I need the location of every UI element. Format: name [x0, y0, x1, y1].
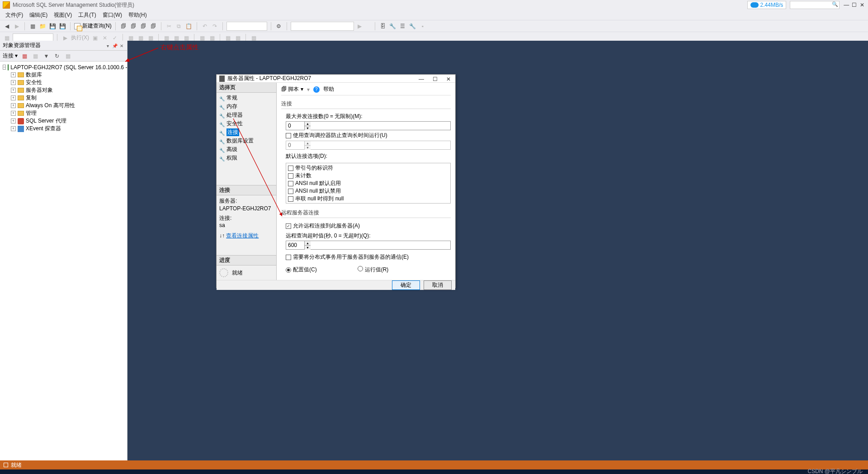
- new-query-button[interactable]: 新建查询(N): [74, 22, 112, 30]
- tool-wrench-icon[interactable]: 🔧: [389, 22, 397, 30]
- nav-back-icon[interactable]: ◀: [3, 22, 11, 30]
- oe-dropdown-icon[interactable]: ▾: [105, 43, 110, 48]
- xmla-query-icon[interactable]: 🗐: [149, 22, 157, 30]
- management-node[interactable]: +管理: [0, 109, 127, 117]
- oe-disconnect-icon[interactable]: ▦: [20, 52, 28, 60]
- oe-pin-icon[interactable]: 📌: [112, 43, 118, 48]
- nav-general[interactable]: 常规: [217, 94, 276, 102]
- menu-edit[interactable]: 编辑(E): [27, 10, 50, 20]
- oe-more-icon[interactable]: ▦: [64, 52, 72, 60]
- opt-checkbox[interactable]: [288, 173, 293, 179]
- script-button[interactable]: 🗐 脚本 ▾: [281, 85, 303, 93]
- mdx-query-icon[interactable]: 🗐: [129, 22, 137, 30]
- server-node[interactable]: − LAPTOP-EGHJ2RO7 (SQL Server 16.0.1000.…: [0, 63, 127, 71]
- oe-close-icon[interactable]: ✕: [119, 43, 124, 48]
- expand-icon[interactable]: +: [11, 95, 16, 100]
- sql-agent-node[interactable]: +SQL Server 代理: [0, 117, 127, 125]
- cloud-speed-badge[interactable]: 2.44MB/s: [747, 1, 787, 9]
- start-debug-icon[interactable]: ▶: [356, 22, 364, 30]
- wrench-icon: [219, 156, 225, 161]
- nav-permissions[interactable]: 权限: [217, 154, 276, 162]
- help-button[interactable]: 帮助: [323, 85, 334, 93]
- oe-filter-icon[interactable]: ▼: [42, 52, 50, 60]
- nav-db-settings[interactable]: 数据库设置: [217, 137, 276, 145]
- opt-checkbox[interactable]: [288, 166, 293, 171]
- oe-stop-icon[interactable]: ▦: [31, 52, 39, 60]
- expand-icon[interactable]: +: [11, 72, 16, 77]
- max-connections-input[interactable]: ▲▼: [286, 121, 451, 130]
- tool-template-icon[interactable]: 🔧: [409, 22, 417, 30]
- nav-advanced[interactable]: 高级: [217, 145, 276, 154]
- expand-icon[interactable]: +: [11, 103, 16, 108]
- nav-fwd-icon[interactable]: ▶: [13, 22, 21, 30]
- nav-connections[interactable]: 连接: [217, 128, 276, 137]
- expand-icon[interactable]: +: [11, 111, 16, 116]
- opt-checkbox[interactable]: [288, 181, 293, 186]
- object-explorer-tree[interactable]: − LAPTOP-EGHJ2RO7 (SQL Server 16.0.1000.…: [0, 62, 127, 461]
- agent-icon: [18, 118, 24, 124]
- registered-servers-icon[interactable]: 🗄: [379, 22, 387, 30]
- cloud-icon: [750, 2, 759, 8]
- undo-icon[interactable]: ↶: [201, 22, 209, 30]
- menu-view[interactable]: 视图(V): [51, 10, 75, 20]
- menu-window[interactable]: 窗口(W): [100, 10, 125, 20]
- maximize-button[interactable]: ☐: [851, 2, 858, 8]
- open-icon[interactable]: 📁: [38, 22, 47, 30]
- cut-icon[interactable]: ✂: [165, 22, 173, 30]
- server-objects-node[interactable]: +服务器对象: [0, 86, 127, 94]
- remote-timeout-input[interactable]: ▲▼: [286, 241, 451, 250]
- redo-icon[interactable]: ↷: [211, 22, 219, 30]
- oe-connect-button[interactable]: 连接 ▾: [3, 52, 18, 60]
- expand-icon[interactable]: +: [11, 80, 16, 85]
- menu-tools[interactable]: 工具(T): [75, 10, 99, 20]
- activity-monitor-icon[interactable]: ⚙: [275, 22, 283, 30]
- databases-node[interactable]: +数据库: [0, 71, 127, 79]
- progress-status: 就绪: [232, 269, 243, 277]
- require-dist-label: 需要将分布式事务用于服务器到服务器的通信(E): [293, 253, 409, 261]
- allow-remote-checkbox[interactable]: ✓: [286, 223, 291, 229]
- tool-options-icon[interactable]: ☰: [399, 22, 407, 30]
- close-button[interactable]: ✕: [859, 2, 865, 8]
- copy-icon[interactable]: ⧉: [175, 22, 183, 30]
- new-item-icon[interactable]: ▦: [28, 22, 37, 30]
- nav-memory[interactable]: 内存: [217, 102, 276, 111]
- save-icon[interactable]: 💾: [48, 22, 57, 30]
- quick-launch-search[interactable]: [790, 1, 840, 9]
- dmx-query-icon[interactable]: 🗐: [139, 22, 147, 30]
- debug-target-combo[interactable]: [291, 22, 354, 31]
- help-icon[interactable]: ?: [313, 86, 320, 93]
- dialog-titlebar[interactable]: 服务器属性 - LAPTOP-EGHJ2RO7 — ☐ ✕: [217, 75, 455, 83]
- running-radio[interactable]: 运行值(R): [358, 266, 389, 274]
- ok-button[interactable]: 确定: [392, 280, 420, 290]
- expand-icon[interactable]: +: [11, 126, 16, 131]
- collapse-icon[interactable]: −: [3, 65, 6, 70]
- tool-extra-icon[interactable]: ▪: [419, 22, 427, 30]
- opt-checkbox[interactable]: [288, 189, 293, 194]
- default-options-list[interactable]: 带引号的标识符 未计数 ANSI null 默认启用 ANSI null 默认禁…: [286, 163, 451, 204]
- folder-icon: [18, 103, 24, 108]
- nav-processors[interactable]: 处理器: [217, 111, 276, 119]
- xevent-node[interactable]: +XEvent 探查器: [0, 125, 127, 133]
- expand-icon[interactable]: +: [11, 118, 16, 123]
- alwayson-node[interactable]: +Always On 高可用性: [0, 102, 127, 109]
- oe-refresh-icon[interactable]: ↻: [53, 52, 61, 60]
- security-node[interactable]: +安全性: [0, 79, 127, 86]
- expand-icon[interactable]: +: [11, 88, 16, 93]
- view-connection-link[interactable]: 查看连接属性: [226, 232, 259, 239]
- max-connections-label: 最大并发连接数(0 = 无限制)(M):: [286, 113, 451, 120]
- replication-node[interactable]: +复制: [0, 94, 127, 102]
- require-dist-checkbox[interactable]: [286, 255, 291, 260]
- solution-combo[interactable]: [226, 22, 267, 31]
- cancel-button[interactable]: 取消: [424, 280, 452, 290]
- save-all-icon[interactable]: 💾: [58, 22, 66, 30]
- governor-checkbox[interactable]: [286, 133, 291, 138]
- db-engine-query-icon[interactable]: 🗐: [119, 22, 127, 30]
- opt-checkbox[interactable]: [288, 196, 293, 202]
- menu-file[interactable]: 文件(F): [3, 10, 26, 20]
- nav-security[interactable]: 安全性: [217, 119, 276, 128]
- governor-value-input[interactable]: ▲▼: [286, 141, 451, 150]
- configured-radio[interactable]: 配置值(C): [286, 266, 317, 274]
- minimize-button[interactable]: —: [843, 2, 849, 8]
- paste-icon[interactable]: 📋: [185, 22, 193, 30]
- menu-help[interactable]: 帮助(H): [126, 10, 150, 20]
